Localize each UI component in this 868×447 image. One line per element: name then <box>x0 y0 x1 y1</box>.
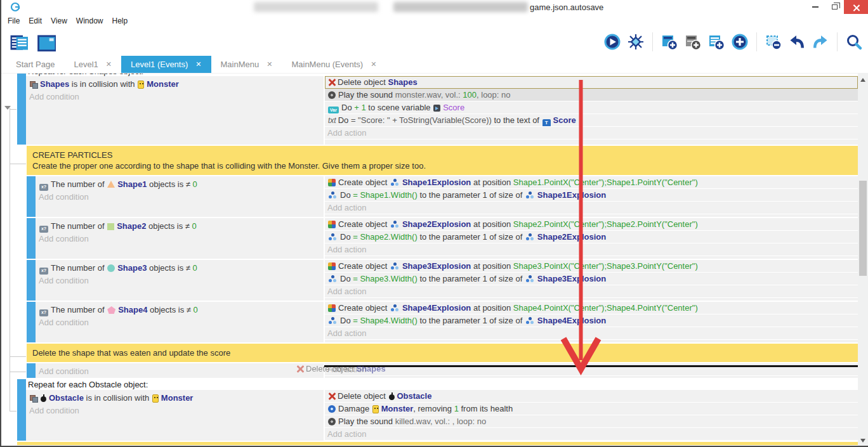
add-action-link[interactable]: Add action <box>325 243 858 256</box>
add-condition-link[interactable]: Add condition <box>29 91 324 103</box>
project-manager-icon[interactable] <box>8 32 28 52</box>
condition-row[interactable]: Shapes is in collision with Monster <box>29 78 324 91</box>
action-row[interactable]: Do = Shape1.Width() to the parameter 1 o… <box>325 189 858 202</box>
menu-view[interactable]: View <box>48 15 74 27</box>
action-row[interactable]: Play the sound monster.wav, vol.: 100, l… <box>325 89 858 101</box>
conditions-cell: x?The number of Shape1 objects is ≠ 0Add… <box>36 176 324 217</box>
add-condition-link[interactable]: Add condition <box>29 405 324 417</box>
event-selection-bar[interactable] <box>27 302 36 342</box>
scene-window-icon[interactable] <box>36 32 56 52</box>
menu-help[interactable]: Help <box>110 15 135 27</box>
condition-row[interactable]: x?The number of Shape2 objects is ≠ 0 <box>39 220 324 233</box>
tab-close-icon[interactable]: ✕ <box>266 60 272 68</box>
action-row[interactable]: Damage Monster, removing 1 from its heal… <box>325 403 858 415</box>
scrollbar-thumb[interactable] <box>859 181 867 276</box>
undo-icon[interactable] <box>788 33 806 51</box>
scroll-down-icon[interactable] <box>860 439 865 443</box>
event-selection-bar[interactable] <box>27 218 36 259</box>
tab-mainmenu[interactable]: MainMenu✕ <box>211 56 282 73</box>
add-condition-link[interactable]: Add condition <box>39 316 324 329</box>
text-segment: objects is ≠ <box>146 221 192 231</box>
event-selection-bar[interactable] <box>27 176 36 217</box>
condition-row[interactable]: x?The number of Shape4 objects is ≠ 0 <box>39 304 324 316</box>
text-segment: 0 <box>193 263 197 273</box>
add-action-link[interactable]: Add action <box>325 327 858 340</box>
redacted-title-text <box>254 2 378 12</box>
add-circle-icon[interactable] <box>731 33 749 51</box>
event-header[interactable]: Repeat for each Obstacle object: <box>26 379 858 390</box>
action-row[interactable]: Create object Shape2Explosion at positio… <box>325 218 858 231</box>
maximize-button[interactable] <box>825 0 844 14</box>
add-subevent-icon[interactable] <box>684 33 702 51</box>
condition-row[interactable]: x?The number of Shape1 objects is ≠ 0 <box>39 178 324 191</box>
action-row[interactable]: Create object Shape3Explosion at positio… <box>325 260 858 273</box>
monster-icon <box>152 394 159 403</box>
particle-icon <box>390 262 400 270</box>
action-row[interactable]: Play the sound killed.wav, vol.: , loop:… <box>325 415 858 428</box>
text-segment: to the parameter 1 of size of <box>418 190 525 200</box>
text-segment: at position <box>471 178 513 187</box>
tab-start-page[interactable]: Start Page <box>6 56 64 73</box>
gdevelop-logo-icon <box>10 2 20 12</box>
tab-level1[interactable]: Level1✕ <box>64 56 121 73</box>
title-bar: game.json.autosave <box>1 0 868 14</box>
tab-level1-events-[interactable]: Level1 (Events)✕ <box>121 56 211 73</box>
play-icon[interactable] <box>603 33 621 51</box>
minimize-button[interactable] <box>806 0 825 14</box>
event-inner: x?The number of Shape1 objects is ≠ 0Add… <box>36 176 858 217</box>
remove-selection-icon[interactable] <box>765 33 782 51</box>
text-segment: Create object <box>338 178 390 187</box>
action-row[interactable]: Delete object Shapes <box>325 76 858 89</box>
scroll-up-icon[interactable] <box>860 78 865 82</box>
text-segment: Create object <box>338 219 390 229</box>
debug-icon[interactable] <box>627 33 645 51</box>
redo-icon[interactable] <box>812 33 829 51</box>
comment-block[interactable]: Delete the shape that was eaten and upda… <box>27 344 858 362</box>
actions-cell: Create object Shape1Explosion at positio… <box>325 176 858 217</box>
event-selection-bar[interactable] <box>27 363 36 378</box>
menu-edit[interactable]: Edit <box>26 15 48 27</box>
add-condition-link[interactable]: Add condition <box>39 233 324 245</box>
add-condition-link[interactable]: Add condition <box>39 275 324 287</box>
text-segment: = Shape4.Width() <box>353 316 418 325</box>
add-action-link[interactable]: Add action <box>325 202 858 214</box>
add-comment-icon[interactable] <box>707 33 725 51</box>
action-row[interactable]: Delete object Obstacle <box>325 390 858 403</box>
add-action-link[interactable]: Add action <box>325 428 858 441</box>
vertical-scrollbar[interactable] <box>858 74 868 447</box>
add-action-link[interactable]: Add action <box>325 127 858 139</box>
condition-row[interactable]: Obstacle is in collision with Monster <box>29 392 324 405</box>
comment-block[interactable]: CREATE PARTICLESCreate the proper one ac… <box>27 146 858 175</box>
add-condition-link[interactable]: Add condition <box>39 191 324 204</box>
action-row[interactable]: Do = Shape4.Width() to the parameter 1 o… <box>325 314 858 327</box>
action-row[interactable]: Create object Shape4Explosion at positio… <box>325 302 858 314</box>
event-body: x?The number of Shape3 objects is ≠ 0Add… <box>36 260 858 301</box>
add-action-link[interactable]: Add action <box>325 285 858 298</box>
event-selection-bar[interactable] <box>17 74 26 145</box>
close-button[interactable] <box>844 0 868 14</box>
menu-file[interactable]: File <box>5 15 26 27</box>
event-inner: x?The number of Shape3 objects is ≠ 0Add… <box>36 260 858 301</box>
delete-icon <box>296 365 304 373</box>
search-icon[interactable] <box>845 33 863 51</box>
action-row[interactable]: txtDo = "Score: " + ToString(Variable(Sc… <box>325 114 858 127</box>
tab-close-icon[interactable]: ✕ <box>106 60 112 68</box>
event-body: x?The number of Shape2 objects is ≠ 0Add… <box>36 218 858 259</box>
add-condition-link[interactable]: Add condition <box>39 365 324 378</box>
tab-close-icon[interactable]: ✕ <box>195 60 201 68</box>
conditions-cell: Obstacle is in collision with MonsterAdd… <box>26 390 324 441</box>
action-row[interactable]: Create object Shape1Explosion at positio… <box>325 176 858 189</box>
particle-icon <box>390 179 400 186</box>
tab-close-icon[interactable]: ✕ <box>371 60 376 68</box>
menu-window[interactable]: Window <box>74 15 110 27</box>
condition-row[interactable]: x?The number of Shape3 objects is ≠ 0 <box>39 262 324 275</box>
event-selection-bar[interactable] <box>27 260 36 301</box>
menu-bar: FileEditViewWindowHelp <box>1 14 868 28</box>
action-row[interactable]: Do = Shape2.Width() to the parameter 1 o… <box>325 231 858 243</box>
add-event-icon[interactable] <box>661 33 678 51</box>
action-row[interactable]: VarDo + 1 to scene variable Score <box>325 101 858 114</box>
tab-mainmenu-events-[interactable]: MainMenu (Events)✕ <box>282 56 386 73</box>
action-row[interactable]: Do = Shape3.Width() to the parameter 1 o… <box>325 273 858 285</box>
text-segment: , loop: no <box>477 90 511 100</box>
event-selection-bar[interactable] <box>17 379 26 441</box>
